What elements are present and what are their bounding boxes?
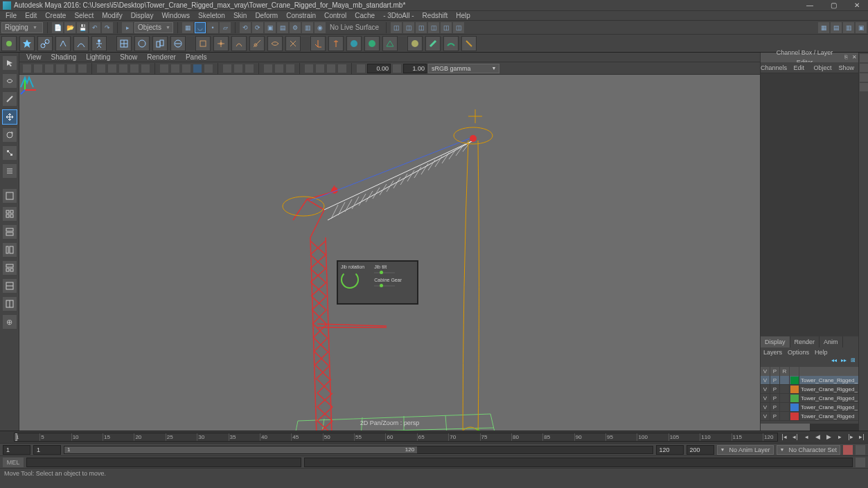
cb-tab-show[interactable]: Show (835, 62, 858, 73)
vp-gamma-icon[interactable] (392, 64, 402, 73)
menu-modify[interactable]: Modify (98, 11, 126, 21)
shelf-axis-icon[interactable] (310, 36, 326, 51)
snap-grid-icon[interactable]: ▦ (182, 22, 193, 33)
render-icon[interactable]: ▣ (265, 22, 276, 33)
panel-menu-show[interactable]: Show (116, 53, 141, 61)
menu-skin[interactable]: Skin (229, 11, 251, 21)
menu-help[interactable]: Help (452, 11, 475, 21)
vp-exposure-icon[interactable] (356, 64, 366, 73)
layer-playback-toggle[interactable]: P (770, 412, 780, 420)
hud-cabine-gear-slider[interactable] (374, 285, 395, 287)
layer-color-swatch[interactable] (790, 404, 799, 411)
shelf-node-b-icon[interactable] (364, 36, 380, 51)
command-input[interactable] (26, 458, 301, 467)
menu-cache[interactable]: Cache (351, 11, 379, 21)
go-to-end-button[interactable]: ▸| (858, 433, 866, 442)
go-to-start-button[interactable]: |◂ (780, 433, 788, 442)
step-back-key-button[interactable]: ◂| (791, 433, 799, 442)
panel-layout-a-icon[interactable]: ▦ (818, 22, 829, 33)
panel-menu-shading[interactable]: Shading (47, 53, 81, 61)
toggle-d-icon[interactable]: ◫ (428, 22, 439, 33)
layer-row[interactable]: VPTower_Crane_Rigged_ (761, 403, 858, 412)
shelf-node-a-icon[interactable] (346, 36, 362, 51)
vp-lock-camera-icon[interactable] (33, 64, 43, 73)
vp-select-camera-icon[interactable] (22, 64, 32, 73)
menu-file[interactable]: File (1, 11, 21, 21)
color-transform-dropdown[interactable]: sRGB gamma ▼ (428, 64, 499, 73)
layout-persp-icon[interactable] (2, 260, 17, 275)
shelf-human-icon[interactable] (91, 36, 107, 51)
menu-display[interactable]: Display (127, 11, 158, 21)
layer-visibility-toggle[interactable]: V (761, 412, 770, 420)
menu-create[interactable]: Create (41, 11, 70, 21)
vp-isolate-icon[interactable] (222, 64, 232, 73)
layer-color-swatch[interactable] (790, 413, 799, 420)
redo-icon[interactable]: ↷ (102, 22, 113, 33)
layer-color-swatch[interactable] (790, 377, 799, 384)
toggle-b-icon[interactable]: ◫ (403, 22, 414, 33)
menu-control[interactable]: Control (320, 11, 351, 21)
strip-attribute-icon[interactable] (860, 64, 868, 72)
move-tool[interactable] (2, 109, 17, 125)
hud-jib-tilt-slider[interactable] (374, 272, 395, 273)
layer-playback-toggle[interactable]: P (770, 403, 780, 411)
layer-color-swatch[interactable] (790, 395, 799, 402)
layout-add-icon[interactable]: ⊕ (2, 314, 17, 329)
shelf-constraint-e-icon[interactable] (267, 36, 283, 51)
shelf-star-icon[interactable] (19, 36, 35, 51)
step-back-button[interactable]: ◂ (802, 433, 811, 442)
ipr-render-icon[interactable]: ▤ (277, 22, 288, 33)
toggle-a-icon[interactable]: ◫ (391, 22, 402, 33)
strip-tool-settings-icon[interactable] (860, 73, 868, 82)
menu-deform[interactable]: Deform (251, 11, 282, 21)
cb-tab-edit[interactable]: Edit (787, 62, 811, 73)
layer-tab-anim[interactable]: Anim (820, 336, 843, 347)
shelf-axis2-icon[interactable] (328, 36, 344, 51)
layer-move-up-icon[interactable]: ◂◂ (831, 357, 837, 367)
layout-four-icon[interactable] (2, 206, 17, 222)
panel-menu-panels[interactable]: Panels (181, 53, 211, 61)
command-mode-label[interactable]: MEL (3, 458, 24, 467)
vp-ao-icon[interactable] (304, 64, 314, 73)
vp-bookmark-icon[interactable] (44, 64, 54, 73)
script-editor-icon[interactable] (856, 458, 865, 467)
layer-menu-help[interactable]: Help (815, 347, 828, 357)
close-button[interactable]: ✕ (849, 1, 865, 10)
vp-res-gate-icon[interactable] (118, 64, 128, 73)
toggle-c-icon[interactable]: ◫ (416, 22, 427, 33)
vp-xray-joints-icon[interactable] (245, 64, 254, 73)
shelf-constraint-b-icon[interactable] (213, 36, 229, 51)
shelf-ik-icon[interactable] (55, 36, 71, 51)
shelf-lattice-icon[interactable] (116, 36, 132, 51)
menu--3dtoall-[interactable]: - 3DtoAll - (379, 11, 418, 21)
shelf-cluster-icon[interactable] (134, 36, 150, 51)
vp-safe-action-icon[interactable] (141, 64, 150, 73)
render-view-icon[interactable]: ▥ (302, 22, 313, 33)
layer-row[interactable]: VPTower_Crane_Rigged_ (761, 376, 858, 385)
rig-hud-panel[interactable]: Jib rotation Jib tilt Cabine Gear (337, 260, 418, 305)
auto-key-icon[interactable] (843, 445, 853, 455)
vp-all-lights-icon[interactable] (274, 64, 284, 73)
vp-smooth-icon[interactable] (170, 64, 180, 73)
shelf-blend-icon[interactable] (152, 36, 168, 51)
range-out-start-input[interactable] (3, 445, 30, 455)
menu-skeleton[interactable]: Skeleton (194, 11, 229, 21)
hud-jib-rotation-dial[interactable] (341, 271, 359, 289)
layer-playback-toggle[interactable]: P (770, 385, 780, 393)
toggle-f-icon[interactable]: ◫ (453, 22, 464, 33)
vp-aa-icon[interactable] (326, 64, 336, 73)
time-slider[interactable]: 1510152025303540455055606570758085909510… (0, 431, 868, 443)
shelf-paint-c-icon[interactable] (443, 36, 459, 51)
vp-grid-icon[interactable] (96, 64, 106, 73)
workspace-dropdown[interactable]: Rigging ▼ (1, 22, 43, 33)
shelf-nonlinear-icon[interactable] (170, 36, 186, 51)
range-start-input[interactable] (33, 445, 61, 455)
snap-point-icon[interactable]: • (207, 22, 218, 33)
layout-two-h-icon[interactable] (2, 224, 17, 240)
snap-curve-icon[interactable]: ◡ (195, 22, 206, 33)
strip-modeling-icon[interactable] (860, 54, 868, 62)
history-off-icon[interactable]: ⟳ (252, 22, 263, 33)
play-back-button[interactable]: ◀ (813, 433, 822, 442)
vp-gate-mask-icon[interactable] (130, 64, 139, 73)
select-mode-icon[interactable]: ▸ (122, 22, 133, 33)
